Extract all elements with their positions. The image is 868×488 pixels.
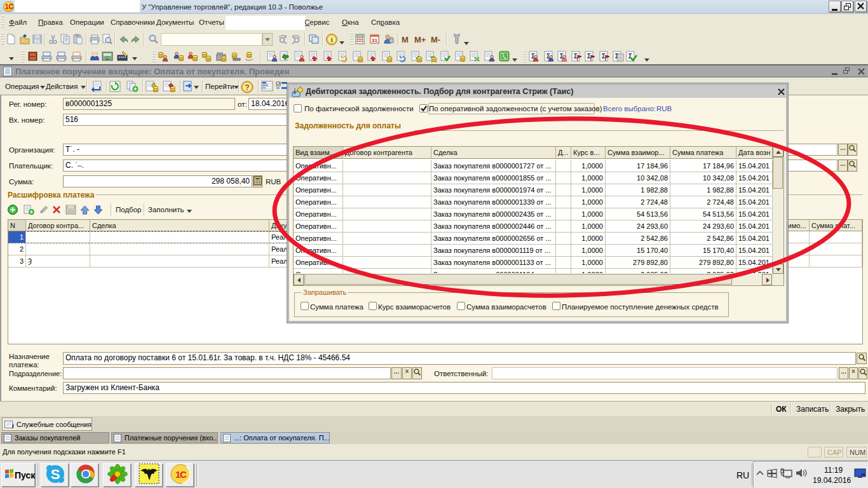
svg-text:i: i bbox=[12, 422, 15, 429]
